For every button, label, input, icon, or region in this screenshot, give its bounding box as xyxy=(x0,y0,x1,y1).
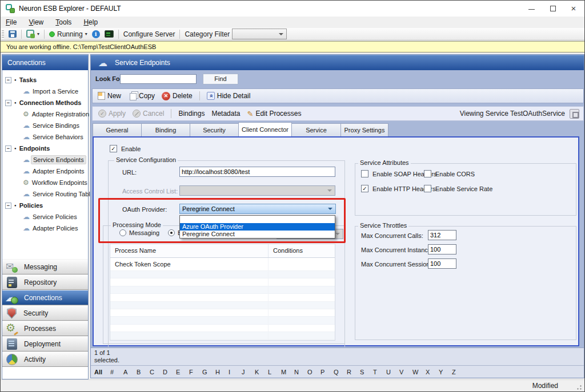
alpha-n[interactable]: N xyxy=(294,369,307,375)
tree-item-service-endpoints[interactable]: ☁Service Endpoints xyxy=(2,154,88,165)
alpha-u[interactable]: U xyxy=(386,369,399,375)
enable-checkbox[interactable]: ✓ xyxy=(110,145,117,152)
tree-item-service-policies[interactable]: ☁Service Policies xyxy=(2,211,88,223)
dropdown-option-empty[interactable] xyxy=(180,216,335,223)
copy-button[interactable]: Copy xyxy=(126,91,157,100)
tab-client-connector[interactable]: Client Connector xyxy=(238,122,292,136)
alpha-e[interactable]: E xyxy=(176,369,189,375)
dropdown-option-peregrine[interactable]: Peregrine Connect xyxy=(180,231,335,238)
save-button[interactable] xyxy=(6,30,19,38)
menu-help[interactable]: Help xyxy=(78,17,103,28)
max-concurrent-instances-input[interactable] xyxy=(428,244,456,254)
tree-item-import-a-service[interactable]: ☁Import a Service xyxy=(2,86,88,97)
alpha-c[interactable]: C xyxy=(150,369,163,375)
nav-deployment[interactable]: Deployment xyxy=(2,336,88,351)
find-button[interactable]: Find xyxy=(203,74,238,84)
tree-item-adapter-registration[interactable]: ⚙Adapter Registration xyxy=(2,108,88,120)
running-status-button[interactable]: Running ▾ xyxy=(47,30,90,38)
collapse-icon[interactable]: − xyxy=(5,77,11,83)
nav-activity[interactable]: Activity xyxy=(2,351,88,367)
panel-toggle-button[interactable] xyxy=(570,109,579,119)
menu-file[interactable]: File xyxy=(1,17,22,28)
tree-item-service-routing-tables[interactable]: ☁Service Routing Tables xyxy=(2,188,88,200)
tab-general[interactable]: General xyxy=(93,123,142,136)
cancel-button[interactable]: Cancel xyxy=(130,110,166,118)
column-process-name[interactable]: Process Name xyxy=(110,244,269,257)
apply-button[interactable]: ✓Apply xyxy=(96,110,128,118)
collapse-icon[interactable]: − xyxy=(5,203,11,209)
alpha-o[interactable]: O xyxy=(307,369,320,375)
alpha-all[interactable]: All xyxy=(94,369,110,375)
tree-item-service-behaviors[interactable]: ☁Service Behaviors xyxy=(2,131,88,143)
tree-group-policies[interactable]: −●Policies xyxy=(2,200,88,211)
collapse-icon[interactable]: − xyxy=(5,100,11,106)
tab-security[interactable]: Security xyxy=(190,123,239,136)
alpha-i[interactable]: I xyxy=(229,369,242,375)
nav-repository[interactable]: Repository xyxy=(2,274,88,290)
nav-connections[interactable]: Connections xyxy=(2,290,88,305)
enable-http-headers-checkbox[interactable]: ✓ xyxy=(361,185,368,192)
resize-grip[interactable] xyxy=(575,383,582,390)
alpha-b[interactable]: B xyxy=(137,369,150,375)
enable-soap-headers-checkbox[interactable] xyxy=(361,170,368,177)
alpha-l[interactable]: L xyxy=(268,369,281,375)
oauth-provider-select[interactable]: Peregrine Connect xyxy=(179,204,336,214)
alpha-z[interactable]: Z xyxy=(452,369,465,375)
tree-group-connection-methods[interactable]: −●Connection Methods xyxy=(2,97,88,108)
tab-service-connector[interactable]: Service Connector xyxy=(291,123,341,136)
dropdown-option-azure[interactable]: Azure OAuth Provider xyxy=(180,223,335,231)
edit-processes-button[interactable]: ✎Edit Processes xyxy=(245,110,303,118)
tree-item-adapter-policies[interactable]: ☁Adapter Policies xyxy=(2,223,88,234)
tab-proxy-settings[interactable]: Proxy Settings xyxy=(340,123,388,136)
tree-item-workflow-endpoints[interactable]: ⚙Workflow Endpoints xyxy=(2,177,88,188)
menu-tools[interactable]: Tools xyxy=(50,17,77,28)
alpha-w[interactable]: W xyxy=(412,369,426,375)
look-for-input[interactable] xyxy=(120,74,197,84)
alpha-h[interactable]: H xyxy=(215,369,229,375)
minimize-button[interactable] xyxy=(522,1,541,17)
tree-group-tasks[interactable]: −●Tasks xyxy=(2,74,88,86)
alpha-j[interactable]: J xyxy=(242,369,255,375)
category-filter-select[interactable] xyxy=(232,29,287,39)
alpha-a[interactable]: A xyxy=(123,369,137,375)
table-row[interactable]: Check Token Scope xyxy=(110,258,335,271)
alpha-t[interactable]: T xyxy=(373,369,386,375)
tree-item-adapter-endpoints[interactable]: ☁Adapter Endpoints xyxy=(2,165,88,177)
alpha-g[interactable]: G xyxy=(202,369,215,375)
acl-select[interactable] xyxy=(179,185,335,196)
connect-button[interactable]: ▾ xyxy=(24,30,42,38)
hide-detail-button[interactable]: »Hide Detail xyxy=(205,92,253,100)
alpha-d[interactable]: D xyxy=(163,369,176,375)
console-button[interactable] xyxy=(102,30,116,38)
alpha-x[interactable]: X xyxy=(426,369,439,375)
radio-messaging[interactable]: Messaging xyxy=(119,229,159,236)
close-button[interactable]: × xyxy=(564,1,583,17)
delete-button[interactable]: ✕Delete xyxy=(159,92,195,100)
alpha-s[interactable]: S xyxy=(360,369,373,375)
new-button[interactable]: New xyxy=(95,92,123,100)
alpha-y[interactable]: Y xyxy=(439,369,452,375)
alpha-p[interactable]: P xyxy=(320,369,334,375)
bindings-button[interactable]: Bindings xyxy=(176,110,207,118)
alpha-hash[interactable]: # xyxy=(110,369,123,375)
alpha-r[interactable]: R xyxy=(347,369,360,375)
collapse-icon[interactable]: − xyxy=(5,146,11,152)
url-input[interactable] xyxy=(179,167,335,177)
nav-processes[interactable]: Processes xyxy=(2,321,88,336)
alpha-m[interactable]: M xyxy=(281,369,294,375)
alpha-k[interactable]: K xyxy=(255,369,268,375)
info-button[interactable]: i xyxy=(90,30,102,38)
tab-binding[interactable]: Binding xyxy=(141,123,190,136)
alpha-v[interactable]: V xyxy=(399,369,412,375)
enable-service-rate-checkbox[interactable] xyxy=(424,185,431,192)
nav-messaging[interactable]: Messaging xyxy=(2,259,88,274)
max-concurrent-sessions-input[interactable] xyxy=(428,258,456,269)
nav-security[interactable]: Security xyxy=(2,305,88,321)
menu-view[interactable]: View xyxy=(23,17,49,28)
tree-group-endpoints[interactable]: −●Endpoints xyxy=(2,143,88,154)
tree-item-service-bindings[interactable]: ☁Service Bindings xyxy=(2,120,88,131)
enable-cors-checkbox[interactable] xyxy=(424,170,431,177)
metadata-button[interactable]: Metadata xyxy=(209,110,242,118)
alpha-f[interactable]: F xyxy=(189,369,202,375)
column-conditions[interactable]: Conditions xyxy=(269,244,335,257)
